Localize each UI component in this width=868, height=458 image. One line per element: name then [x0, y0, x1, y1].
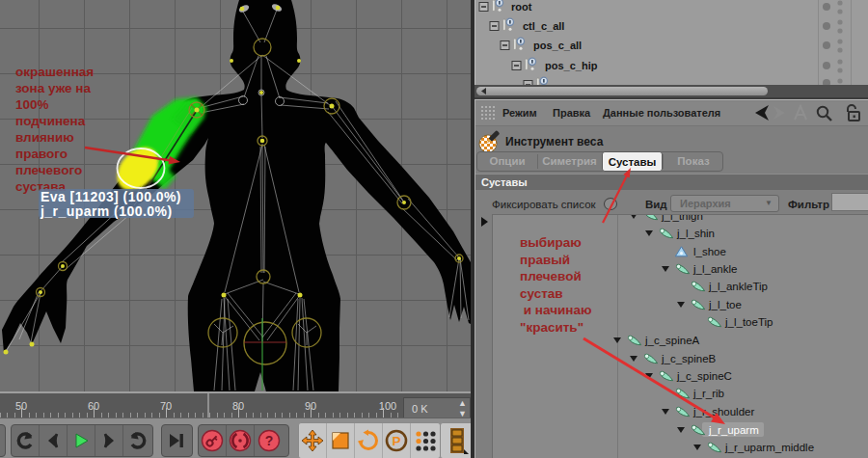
svg-text:?: ? [264, 433, 273, 448]
svg-text:P: P [392, 434, 400, 448]
